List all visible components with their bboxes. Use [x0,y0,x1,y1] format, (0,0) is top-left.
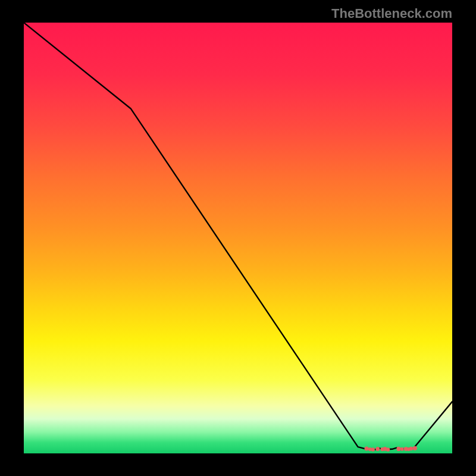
data-point [375,447,380,451]
data-point [365,447,369,451]
attribution-label: TheBottleneck.com [331,6,452,21]
data-line [24,23,452,450]
data-point [400,447,404,451]
data-point [413,446,417,450]
plot-area [24,23,452,453]
chart-frame: TheBottleneck.com [0,0,476,476]
data-point [386,447,390,451]
data-point [396,447,400,451]
data-point [371,447,375,451]
chart-svg [24,23,452,453]
data-point [409,447,413,450]
